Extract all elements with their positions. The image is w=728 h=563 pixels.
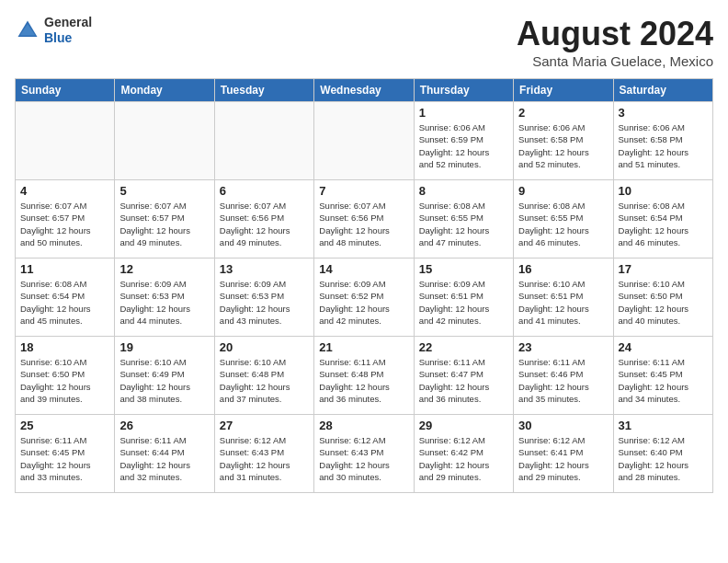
day-number: 21 <box>319 340 408 354</box>
day-info: Sunrise: 6:11 AM Sunset: 6:48 PM Dayligh… <box>319 356 408 405</box>
calendar-day-cell: 30Sunrise: 6:12 AM Sunset: 6:41 PM Dayli… <box>514 415 613 493</box>
day-number: 16 <box>518 262 608 276</box>
day-number: 26 <box>119 419 209 432</box>
calendar-day-cell: 18Sunrise: 6:10 AM Sunset: 6:50 PM Dayli… <box>16 337 115 415</box>
calendar-day-cell: 11Sunrise: 6:08 AM Sunset: 6:54 PM Dayli… <box>16 259 115 337</box>
logo-blue-text: Blue <box>44 30 92 46</box>
calendar-week-row: 18Sunrise: 6:10 AM Sunset: 6:50 PM Dayli… <box>16 337 713 415</box>
day-info: Sunrise: 6:11 AM Sunset: 6:45 PM Dayligh… <box>20 434 109 483</box>
logo: General Blue <box>15 15 92 46</box>
calendar-day-header: Saturday <box>613 79 712 102</box>
day-info: Sunrise: 6:09 AM Sunset: 6:52 PM Dayligh… <box>319 278 408 327</box>
day-info: Sunrise: 6:07 AM Sunset: 6:57 PM Dayligh… <box>119 200 209 248</box>
day-info: Sunrise: 6:11 AM Sunset: 6:46 PM Dayligh… <box>518 356 608 405</box>
day-info: Sunrise: 6:11 AM Sunset: 6:44 PM Dayligh… <box>119 434 209 483</box>
calendar-week-row: 4Sunrise: 6:07 AM Sunset: 6:57 PM Daylig… <box>16 180 713 259</box>
calendar-day-cell: 12Sunrise: 6:09 AM Sunset: 6:53 PM Dayli… <box>115 259 214 337</box>
calendar-day-cell <box>115 102 214 180</box>
day-number: 8 <box>419 184 508 198</box>
location-subtitle: Santa Maria Guelace, Mexico <box>517 53 713 69</box>
day-number: 9 <box>518 184 608 198</box>
calendar-day-header: Wednesday <box>314 79 414 102</box>
day-number: 11 <box>20 262 109 276</box>
day-info: Sunrise: 6:11 AM Sunset: 6:45 PM Dayligh… <box>619 356 708 405</box>
day-info: Sunrise: 6:12 AM Sunset: 6:42 PM Dayligh… <box>419 434 508 483</box>
day-number: 20 <box>220 340 309 354</box>
day-number: 31 <box>619 419 708 432</box>
day-info: Sunrise: 6:07 AM Sunset: 6:56 PM Dayligh… <box>319 200 408 248</box>
calendar-day-cell: 8Sunrise: 6:08 AM Sunset: 6:55 PM Daylig… <box>414 180 513 259</box>
calendar-day-cell: 28Sunrise: 6:12 AM Sunset: 6:43 PM Dayli… <box>314 415 414 493</box>
day-number: 3 <box>619 106 708 120</box>
day-info: Sunrise: 6:08 AM Sunset: 6:55 PM Dayligh… <box>419 200 508 248</box>
calendar-header-row: SundayMondayTuesdayWednesdayThursdayFrid… <box>16 79 713 102</box>
day-info: Sunrise: 6:08 AM Sunset: 6:54 PM Dayligh… <box>20 278 109 327</box>
day-number: 13 <box>220 262 309 276</box>
calendar-day-cell: 31Sunrise: 6:12 AM Sunset: 6:40 PM Dayli… <box>613 415 712 493</box>
calendar-day-cell: 22Sunrise: 6:11 AM Sunset: 6:47 PM Dayli… <box>414 337 513 415</box>
calendar-day-cell: 25Sunrise: 6:11 AM Sunset: 6:45 PM Dayli… <box>16 415 115 493</box>
calendar-day-cell: 5Sunrise: 6:07 AM Sunset: 6:57 PM Daylig… <box>115 180 214 259</box>
calendar-day-cell: 20Sunrise: 6:10 AM Sunset: 6:48 PM Dayli… <box>214 337 313 415</box>
calendar-day-cell: 29Sunrise: 6:12 AM Sunset: 6:42 PM Dayli… <box>414 415 513 493</box>
day-number: 2 <box>518 106 608 120</box>
day-number: 28 <box>319 419 408 432</box>
calendar-day-cell: 13Sunrise: 6:09 AM Sunset: 6:53 PM Dayli… <box>214 259 313 337</box>
day-info: Sunrise: 6:12 AM Sunset: 6:43 PM Dayligh… <box>319 434 408 483</box>
day-number: 15 <box>419 262 508 276</box>
day-info: Sunrise: 6:09 AM Sunset: 6:53 PM Dayligh… <box>119 278 209 327</box>
day-info: Sunrise: 6:09 AM Sunset: 6:51 PM Dayligh… <box>419 278 508 327</box>
day-info: Sunrise: 6:10 AM Sunset: 6:49 PM Dayligh… <box>119 356 209 405</box>
day-info: Sunrise: 6:10 AM Sunset: 6:50 PM Dayligh… <box>619 278 708 327</box>
day-info: Sunrise: 6:12 AM Sunset: 6:40 PM Dayligh… <box>619 434 708 483</box>
header: General Blue August 2024 Santa Maria Gue… <box>15 15 713 69</box>
day-info: Sunrise: 6:06 AM Sunset: 6:58 PM Dayligh… <box>518 121 608 170</box>
logo-general-text: General <box>44 15 92 30</box>
day-number: 6 <box>220 184 309 198</box>
day-info: Sunrise: 6:07 AM Sunset: 6:57 PM Dayligh… <box>20 200 109 248</box>
calendar-day-cell: 14Sunrise: 6:09 AM Sunset: 6:52 PM Dayli… <box>314 259 414 337</box>
day-number: 1 <box>419 106 508 120</box>
calendar-day-cell: 16Sunrise: 6:10 AM Sunset: 6:51 PM Dayli… <box>514 259 613 337</box>
calendar-day-cell <box>16 102 115 180</box>
day-number: 7 <box>319 184 408 198</box>
day-number: 25 <box>20 419 109 432</box>
calendar-day-cell: 23Sunrise: 6:11 AM Sunset: 6:46 PM Dayli… <box>514 337 613 415</box>
calendar-day-cell: 27Sunrise: 6:12 AM Sunset: 6:43 PM Dayli… <box>214 415 313 493</box>
calendar-day-cell: 21Sunrise: 6:11 AM Sunset: 6:48 PM Dayli… <box>314 337 414 415</box>
calendar-week-row: 25Sunrise: 6:11 AM Sunset: 6:45 PM Dayli… <box>16 415 713 493</box>
calendar-week-row: 1Sunrise: 6:06 AM Sunset: 6:59 PM Daylig… <box>16 102 713 180</box>
day-number: 18 <box>20 340 109 354</box>
day-info: Sunrise: 6:08 AM Sunset: 6:55 PM Dayligh… <box>518 200 608 248</box>
day-number: 27 <box>220 419 309 432</box>
calendar-day-cell: 4Sunrise: 6:07 AM Sunset: 6:57 PM Daylig… <box>16 180 115 259</box>
calendar-table: SundayMondayTuesdayWednesdayThursdayFrid… <box>15 78 713 493</box>
calendar-day-cell: 17Sunrise: 6:10 AM Sunset: 6:50 PM Dayli… <box>613 259 712 337</box>
day-info: Sunrise: 6:06 AM Sunset: 6:59 PM Dayligh… <box>419 121 508 170</box>
calendar-day-header: Thursday <box>414 79 513 102</box>
day-number: 24 <box>619 340 708 354</box>
day-info: Sunrise: 6:10 AM Sunset: 6:48 PM Dayligh… <box>220 356 309 405</box>
day-number: 29 <box>419 419 508 432</box>
calendar-day-cell: 19Sunrise: 6:10 AM Sunset: 6:49 PM Dayli… <box>115 337 214 415</box>
day-info: Sunrise: 6:07 AM Sunset: 6:56 PM Dayligh… <box>220 200 309 248</box>
day-info: Sunrise: 6:12 AM Sunset: 6:43 PM Dayligh… <box>220 434 309 483</box>
month-title: August 2024 <box>517 15 713 53</box>
calendar-day-header: Monday <box>115 79 214 102</box>
calendar-day-header: Friday <box>514 79 613 102</box>
calendar-day-cell: 10Sunrise: 6:08 AM Sunset: 6:54 PM Dayli… <box>613 180 712 259</box>
day-number: 22 <box>419 340 508 354</box>
calendar-day-cell: 26Sunrise: 6:11 AM Sunset: 6:44 PM Dayli… <box>115 415 214 493</box>
day-number: 4 <box>20 184 109 198</box>
day-info: Sunrise: 6:10 AM Sunset: 6:51 PM Dayligh… <box>518 278 608 327</box>
day-info: Sunrise: 6:09 AM Sunset: 6:53 PM Dayligh… <box>220 278 309 327</box>
day-info: Sunrise: 6:06 AM Sunset: 6:58 PM Dayligh… <box>619 121 708 170</box>
day-info: Sunrise: 6:11 AM Sunset: 6:47 PM Dayligh… <box>419 356 508 405</box>
day-info: Sunrise: 6:10 AM Sunset: 6:50 PM Dayligh… <box>20 356 109 405</box>
day-number: 23 <box>518 340 608 354</box>
calendar-day-cell <box>214 102 313 180</box>
calendar-day-cell: 9Sunrise: 6:08 AM Sunset: 6:55 PM Daylig… <box>514 180 613 259</box>
day-number: 30 <box>518 419 608 432</box>
day-number: 5 <box>119 184 209 198</box>
calendar-day-cell: 2Sunrise: 6:06 AM Sunset: 6:58 PM Daylig… <box>514 102 613 180</box>
